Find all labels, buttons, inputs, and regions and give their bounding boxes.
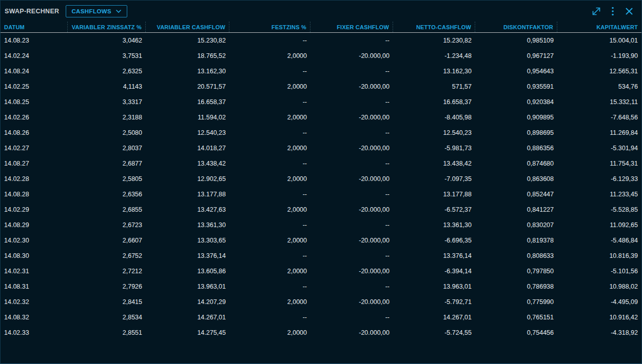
table-cell: -5.528,85	[557, 202, 641, 217]
table-cell: 0,852447	[475, 187, 557, 202]
table-cell: 2,6877	[68, 156, 146, 171]
table-cell: 20.571,57	[146, 79, 229, 94]
column-header-festzins[interactable]: FESTZINS %	[229, 22, 310, 32]
table-cell: -5.724,55	[393, 325, 475, 340]
column-header-kapitalwert[interactable]: KAPITALWERT	[557, 22, 641, 32]
table-cell: 2,5080	[68, 125, 146, 140]
table-cell: 13.162,30	[146, 64, 229, 79]
expand-icon	[591, 6, 601, 16]
table-cell: 0,935591	[475, 79, 557, 94]
table-cell: -20.000,00	[310, 140, 393, 156]
table-row[interactable]: 14.02.302,660713.303,652,0000-20.000,00-…	[1, 233, 641, 248]
column-header-variabler-cashflow[interactable]: VARIABLER CASHFLOW	[146, 22, 229, 32]
table-row[interactable]: 14.08.233,046215.230,82----15.230,820,98…	[1, 33, 641, 48]
kebab-menu-icon	[611, 7, 614, 16]
table-cell: 14.275,45	[146, 325, 229, 340]
table-cell: 14.08.24	[1, 64, 68, 79]
cashflows-table: DATUM VARIABLER ZINSSATZ % VARIABLER CAS…	[1, 22, 641, 340]
table-cell: -5.101,56	[557, 264, 641, 279]
table-cell: 14.267,01	[146, 310, 229, 325]
table-cell: 14.02.24	[1, 48, 68, 64]
table-cell: -4.318,92	[557, 325, 641, 340]
table-cell: 0,967127	[475, 48, 557, 64]
column-header-datum[interactable]: DATUM	[1, 22, 68, 32]
table-header-row: DATUM VARIABLER ZINSSATZ % VARIABLER CAS…	[1, 22, 641, 33]
column-header-diskontfaktor[interactable]: DISKONTFAKTOR	[475, 22, 557, 32]
table-cell: 0,863608	[475, 171, 557, 187]
table-row[interactable]: 14.02.312,721213.605,862,0000-20.000,00-…	[1, 264, 641, 279]
table-cell: --	[310, 64, 393, 79]
table-cell: 0,830207	[475, 217, 557, 233]
table-cell: -5.792,71	[393, 294, 475, 310]
table-cell: 11.754,31	[557, 156, 641, 171]
table-cell: -8.405,98	[393, 110, 475, 125]
table-cell: 13.605,86	[146, 264, 229, 279]
table-cell: 2,8551	[68, 325, 146, 340]
table-cell: 13.303,65	[146, 233, 229, 248]
expand-button[interactable]	[590, 5, 603, 18]
table-cell: 11.092,65	[557, 217, 641, 233]
table-cell: 2,0000	[229, 171, 310, 187]
table-cell: 14.08.23	[1, 33, 68, 48]
table-cell: 14.02.32	[1, 294, 68, 310]
chevron-down-icon	[115, 9, 122, 13]
table-cell: -20.000,00	[310, 110, 393, 125]
table-row[interactable]: 14.02.262,318811.594,022,0000-20.000,00-…	[1, 110, 641, 125]
table-cell: 12.540,23	[393, 125, 475, 140]
view-selector-dropdown[interactable]: CASHFLOWS	[66, 5, 127, 17]
close-button[interactable]	[622, 5, 636, 18]
table-cell: 10.988,02	[557, 279, 641, 294]
column-header-netto-cashflow[interactable]: NETTO-CASHFLOW	[393, 22, 475, 32]
table-cell: 13.177,88	[146, 187, 229, 202]
column-header-fixer-cashflow[interactable]: FIXER CASHFLOW	[310, 22, 393, 32]
table-row[interactable]: 14.02.292,685513.427,632,0000-20.000,00-…	[1, 202, 641, 217]
table-row[interactable]: 14.08.242,632513.162,30----13.162,300,95…	[1, 64, 641, 79]
table-cell: -20.000,00	[310, 48, 393, 64]
table-cell: 4,1143	[68, 79, 146, 94]
table-cell: -7.648,56	[557, 110, 641, 125]
table-row[interactable]: 14.08.282,635613.177,88----13.177,880,85…	[1, 187, 641, 202]
table-cell: -6.394,14	[393, 264, 475, 279]
swap-rechner-window: SWAP-RECHNER CASHFLOWS	[0, 0, 642, 364]
table-cell: -6.696,35	[393, 233, 475, 248]
table-cell: --	[310, 94, 393, 110]
table-cell: --	[229, 310, 310, 325]
table-row[interactable]: 14.08.272,687713.438,42----13.438,420,87…	[1, 156, 641, 171]
table-row[interactable]: 14.08.322,853414.267,01----14.267,010,76…	[1, 310, 641, 325]
table-cell: 14.02.28	[1, 171, 68, 187]
table-row[interactable]: 14.02.243,753118.765,522,0000-20.000,00-…	[1, 48, 641, 64]
table-cell: 2,6607	[68, 233, 146, 248]
table-row[interactable]: 14.08.262,508012.540,23----12.540,230,89…	[1, 125, 641, 140]
table-cell: --	[229, 279, 310, 294]
table-cell: -1.193,90	[557, 48, 641, 64]
table-cell: 14.207,29	[146, 294, 229, 310]
table-row[interactable]: 14.02.282,580512.902,652,0000-20.000,00-…	[1, 171, 641, 187]
table-body: 14.08.233,046215.230,82----15.230,820,98…	[1, 33, 641, 340]
table-cell: 2,8534	[68, 310, 146, 325]
table-cell: 14.018,27	[146, 140, 229, 156]
table-cell: 0,920384	[475, 94, 557, 110]
table-row[interactable]: 14.08.302,675213.376,14----13.376,140,80…	[1, 248, 641, 264]
column-header-variabler-zinssatz[interactable]: VARIABLER ZINSSATZ %	[68, 22, 146, 32]
table-cell: 3,7531	[68, 48, 146, 64]
table-cell: 0,874680	[475, 156, 557, 171]
table-cell: --	[229, 125, 310, 140]
table-cell: 13.376,14	[393, 248, 475, 264]
table-cell: 14.08.32	[1, 310, 68, 325]
table-row[interactable]: 14.08.312,792613.963,01----13.963,010,78…	[1, 279, 641, 294]
menu-button[interactable]	[606, 5, 619, 18]
table-cell: 14.08.31	[1, 279, 68, 294]
table-cell: 0,775990	[475, 294, 557, 310]
table-row[interactable]: 14.02.254,114320.571,572,0000-20.000,005…	[1, 79, 641, 94]
table-cell: 2,0000	[229, 140, 310, 156]
table-cell: 0,841227	[475, 202, 557, 217]
table-row[interactable]: 14.02.332,855114.275,452,0000-20.000,00-…	[1, 325, 641, 340]
table-cell: -5.981,73	[393, 140, 475, 156]
table-cell: 14.02.29	[1, 202, 68, 217]
table-cell: 2,6752	[68, 248, 146, 264]
table-row[interactable]: 14.08.292,672313.361,30----13.361,300,83…	[1, 217, 641, 233]
table-row[interactable]: 14.02.272,803714.018,272,0000-20.000,00-…	[1, 140, 641, 156]
table-cell: 0,765151	[475, 310, 557, 325]
table-row[interactable]: 14.02.322,841514.207,292,0000-20.000,00-…	[1, 294, 641, 310]
table-row[interactable]: 14.08.253,331716.658,37----16.658,370,92…	[1, 94, 641, 110]
